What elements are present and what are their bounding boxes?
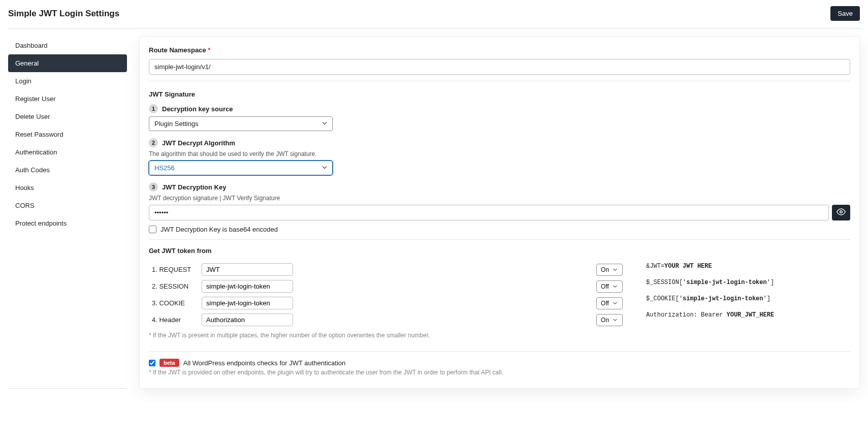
preview-cookie-prefix: $_COOKIE[': [646, 295, 683, 302]
token-header-input[interactable]: [202, 313, 293, 326]
token-cookie-input[interactable]: [202, 297, 293, 309]
svg-point-0: [840, 211, 843, 213]
route-namespace-input[interactable]: [149, 59, 850, 75]
sidebar: Dashboard General Login Register User De…: [8, 37, 127, 389]
preview-header-prefix: Authorization: Bearer: [646, 311, 726, 319]
step1-badge: 1: [149, 104, 158, 113]
preview-session-suffix: ']: [767, 279, 774, 286]
sidebar-item-dashboard[interactable]: Dashboard: [8, 37, 127, 54]
eye-icon: [837, 207, 846, 218]
sidebar-item-delete-user[interactable]: Delete User: [8, 108, 127, 125]
preview-cookie-suffix: ']: [763, 295, 770, 302]
step3-badge: 3: [149, 182, 158, 192]
preview-session-bold: simple-jwt-login-token: [686, 279, 766, 286]
step1-title: Decryption key source: [162, 105, 233, 113]
token-row-header: 4. Header On: [150, 312, 625, 328]
preview-request-prefix: &JWT=: [646, 263, 664, 270]
step3-title: JWT Decryption Key: [162, 183, 226, 191]
page-title: Simple JWT Login Settings: [8, 9, 119, 19]
token-row-session: 2. SESSION Off: [150, 278, 625, 294]
sidebar-item-auth-codes[interactable]: Auth Codes: [8, 161, 127, 179]
token-row-cookie: 3. COOKIE Off: [150, 295, 625, 311]
beta-badge: beta: [159, 359, 179, 367]
sidebar-item-cors[interactable]: CORS: [8, 197, 127, 214]
preview-cookie-bold: simple-jwt-login-token: [683, 295, 763, 302]
beta-label: All WordPress endpoints checks for JWT a…: [183, 359, 346, 367]
sidebar-item-login[interactable]: Login: [8, 72, 127, 90]
token-request-input[interactable]: [202, 263, 293, 276]
decryption-key-source-select[interactable]: Plugin Settings: [149, 116, 333, 131]
save-button[interactable]: Save: [830, 6, 860, 21]
beta-helper: * If the JWT is provided on other endpoi…: [149, 369, 850, 376]
token-cookie-state[interactable]: Off: [596, 297, 623, 309]
token-row-label: 2. SESSION: [150, 278, 199, 294]
step2-title: JWT Decrypt Algorithm: [162, 139, 235, 147]
preview-request-bold: YOUR JWT HERE: [664, 263, 712, 270]
token-row-label: 1. REQUEST: [150, 262, 199, 277]
token-row-label: 4. Header: [150, 312, 199, 328]
route-namespace-label: Route Namespace: [149, 46, 206, 54]
step3-helper: JWT decryption signature | JWT Verify Si…: [149, 195, 850, 202]
token-request-state[interactable]: On: [596, 264, 623, 276]
beta-checkbox[interactable]: [149, 360, 155, 366]
preview-header-bold: YOUR_JWT_HERE: [727, 311, 775, 319]
sidebar-item-general[interactable]: General: [8, 54, 127, 72]
token-note: * If the JWT is present in multiple plac…: [149, 332, 626, 339]
step2-badge: 2: [149, 138, 158, 147]
sidebar-item-hooks[interactable]: Hooks: [8, 179, 127, 197]
main-panel: Route Namespace * JWT Signature 1 Decryp…: [139, 37, 860, 389]
sidebar-item-reset-password[interactable]: Reset Password: [8, 125, 127, 143]
get-token-heading: Get JWT token from: [149, 247, 850, 255]
token-session-state[interactable]: Off: [596, 280, 623, 293]
token-header-state[interactable]: On: [596, 314, 623, 326]
token-row-label: 3. COOKIE: [150, 295, 199, 311]
base64-checkbox[interactable]: [149, 226, 156, 233]
step2-helper: The algorithm that should be used to ver…: [149, 150, 850, 158]
sidebar-item-authentication[interactable]: Authentication: [8, 143, 127, 161]
preview-session-prefix: $_SESSION[': [646, 279, 686, 286]
toggle-visibility-button[interactable]: [832, 205, 850, 220]
token-session-input[interactable]: [202, 280, 293, 293]
required-star: *: [208, 46, 210, 54]
sidebar-item-protect-endpoints[interactable]: Protect endpoints: [8, 214, 127, 232]
sidebar-item-register-user[interactable]: Register User: [8, 90, 127, 108]
token-row-request: 1. REQUEST On: [150, 262, 625, 277]
jwt-algorithm-select[interactable]: HS256: [149, 161, 333, 175]
base64-checkbox-label: JWT Decryption Key is base64 encoded: [160, 226, 278, 233]
jwt-signature-heading: JWT Signature: [149, 90, 850, 98]
jwt-decryption-key-input[interactable]: [149, 205, 829, 220]
